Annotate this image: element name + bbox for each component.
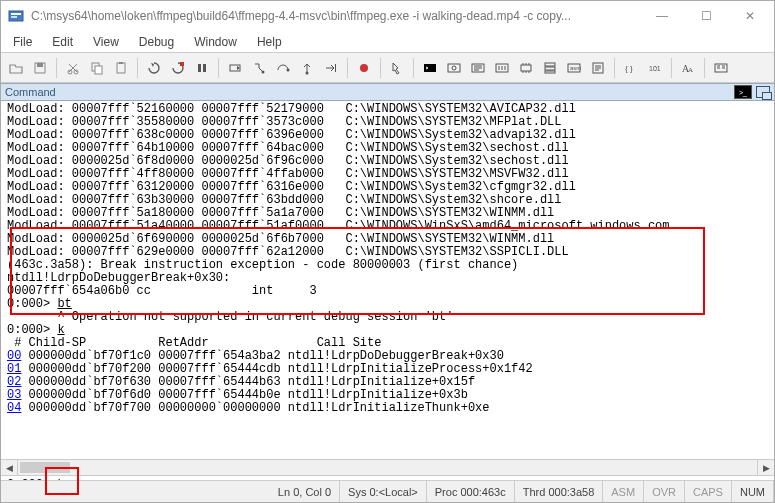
menu-view[interactable]: View xyxy=(83,32,129,52)
font-icon[interactable]: AA xyxy=(677,57,699,79)
locals-window-icon[interactable] xyxy=(467,57,489,79)
menu-edit[interactable]: Edit xyxy=(42,32,83,52)
stack-frame-link[interactable]: 04 xyxy=(7,401,21,415)
window-title: C:\msys64\home\loken\ffmpeg\build64\ffme… xyxy=(31,9,640,23)
svg-rect-28 xyxy=(545,71,555,73)
status-proc[interactable]: Proc 000:463c xyxy=(427,481,515,502)
status-sys[interactable]: Sys 0:<Local> xyxy=(340,481,427,502)
watch-window-icon[interactable] xyxy=(443,57,465,79)
copy-icon[interactable] xyxy=(86,57,108,79)
menu-window[interactable]: Window xyxy=(184,32,247,52)
minimize-button[interactable]: — xyxy=(640,2,684,30)
status-thrd[interactable]: Thrd 000:3a58 xyxy=(515,481,604,502)
svg-text:{ }: { } xyxy=(625,64,633,73)
svg-rect-1 xyxy=(11,13,21,15)
svg-point-15 xyxy=(262,70,265,73)
scroll-thumb[interactable] xyxy=(20,462,70,473)
svg-rect-13 xyxy=(203,64,206,72)
scroll-right-icon[interactable]: ▶ xyxy=(757,460,774,475)
svg-rect-9 xyxy=(117,63,125,73)
status-num: NUM xyxy=(732,481,774,502)
svg-rect-25 xyxy=(521,65,531,71)
options-icon[interactable] xyxy=(710,57,732,79)
menu-debug[interactable]: Debug xyxy=(129,32,184,52)
svg-point-22 xyxy=(452,66,456,70)
command-pane-label: Command xyxy=(5,86,56,98)
svg-point-17 xyxy=(306,71,309,74)
memory-window-icon[interactable] xyxy=(515,57,537,79)
status-lncol: Ln 0, Col 0 xyxy=(270,481,340,502)
svg-rect-20 xyxy=(424,64,436,72)
step-out-icon[interactable] xyxy=(296,57,318,79)
status-ovr: OVR xyxy=(644,481,685,502)
registers-window-icon[interactable] xyxy=(491,57,513,79)
maximize-button[interactable]: ☐ xyxy=(684,2,728,30)
restart-icon[interactable] xyxy=(143,57,165,79)
svg-text:101: 101 xyxy=(649,65,661,72)
svg-rect-18 xyxy=(335,64,336,72)
run-to-cursor-icon[interactable] xyxy=(320,57,342,79)
disasm-window-icon[interactable]: asm xyxy=(563,57,585,79)
step-over-icon[interactable] xyxy=(272,57,294,79)
svg-rect-12 xyxy=(198,64,201,72)
app-icon xyxy=(7,7,25,25)
svg-rect-36 xyxy=(715,64,727,72)
svg-rect-8 xyxy=(95,66,102,74)
stack-frame-link[interactable]: 00 xyxy=(7,349,21,363)
svg-rect-27 xyxy=(545,67,555,70)
svg-point-16 xyxy=(287,68,290,71)
restore-pane-icon[interactable] xyxy=(756,86,770,98)
break-icon[interactable] xyxy=(191,57,213,79)
stack-frame-link[interactable]: 01 xyxy=(7,362,21,376)
cut-icon[interactable] xyxy=(62,57,84,79)
stack-frame-link[interactable]: 03 xyxy=(7,388,21,402)
open-icon[interactable] xyxy=(5,57,27,79)
toolbar: asm { } 101 AA xyxy=(1,53,774,83)
stop-debugging-icon[interactable] xyxy=(167,57,189,79)
command-pane-caption: Command >_ xyxy=(1,83,774,101)
source-mode-icon[interactable]: { } xyxy=(620,57,642,79)
svg-text:A: A xyxy=(688,66,693,74)
svg-text:asm: asm xyxy=(570,65,581,71)
title-bar: C:\msys64\home\loken\ffmpeg\build64\ffme… xyxy=(1,1,774,31)
command-window-icon[interactable] xyxy=(419,57,441,79)
close-window-button[interactable]: ✕ xyxy=(728,2,772,30)
status-caps: CAPS xyxy=(685,481,732,502)
run-cursor-icon[interactable] xyxy=(386,57,408,79)
scroll-left-icon[interactable]: ◀ xyxy=(1,460,18,475)
console-output[interactable]: ModLoad: 00007fff`52160000 00007fff`5217… xyxy=(1,101,774,459)
svg-rect-10 xyxy=(119,62,123,64)
binary-mode-icon[interactable]: 101 xyxy=(644,57,666,79)
step-into-icon[interactable] xyxy=(248,57,270,79)
svg-rect-21 xyxy=(448,64,460,72)
callstack-window-icon[interactable] xyxy=(539,57,561,79)
save-icon[interactable] xyxy=(29,57,51,79)
menu-bar: File Edit View Debug Window Help xyxy=(1,31,774,53)
stack-frame-link[interactable]: 02 xyxy=(7,375,21,389)
breakpoints-icon[interactable] xyxy=(353,57,375,79)
svg-point-19 xyxy=(360,64,368,72)
hscrollbar[interactable]: ◀ ▶ xyxy=(1,459,774,476)
scroll-track[interactable] xyxy=(72,460,757,475)
svg-rect-2 xyxy=(11,16,17,18)
paste-icon[interactable] xyxy=(110,57,132,79)
command-pane-icon[interactable]: >_ xyxy=(734,85,752,99)
svg-rect-4 xyxy=(37,63,43,67)
svg-rect-11 xyxy=(180,62,184,66)
menu-file[interactable]: File xyxy=(3,32,42,52)
status-asm: ASM xyxy=(603,481,644,502)
menu-help[interactable]: Help xyxy=(247,32,292,52)
go-icon[interactable] xyxy=(224,57,246,79)
scratch-window-icon[interactable] xyxy=(587,57,609,79)
status-bar: Ln 0, Col 0 Sys 0:<Local> Proc 000:463c … xyxy=(1,480,774,502)
svg-rect-26 xyxy=(545,63,555,66)
